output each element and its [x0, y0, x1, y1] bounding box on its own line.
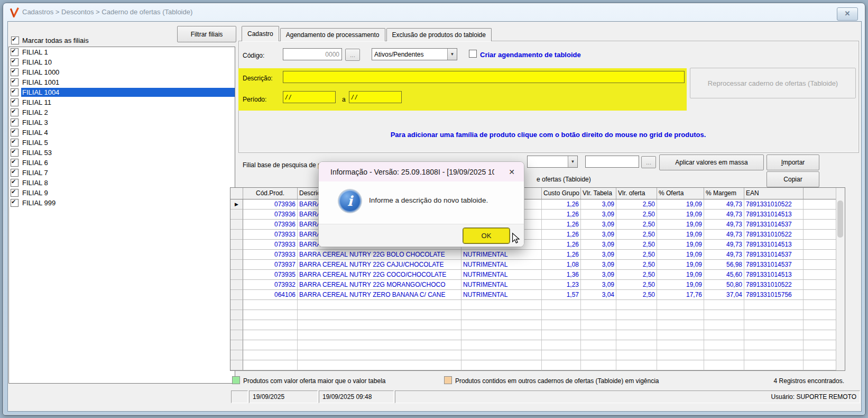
periodo-end-input[interactable]: / /: [349, 91, 402, 103]
filial-checkbox[interactable]: [11, 58, 19, 66]
filial-checkbox[interactable]: [11, 48, 19, 56]
filial-checkbox[interactable]: [11, 169, 19, 177]
tab-cadastro[interactable]: Cadastro: [242, 26, 279, 41]
grid-cell: [581, 350, 616, 360]
filial-item[interactable]: FILIAL 10: [9, 57, 235, 67]
search-combobox[interactable]: ▼: [527, 156, 578, 168]
desktop: Cadastros > Descontos > Caderno de ofert…: [0, 0, 868, 418]
filial-item[interactable]: FILIAL 8: [9, 178, 235, 188]
table-row[interactable]: [230, 300, 845, 310]
table-row[interactable]: 064106BARRA CEREAL NUTRY ZERO BANANA C/ …: [230, 290, 845, 300]
grid-header-cell[interactable]: % Oferta: [657, 188, 704, 199]
close-icon[interactable]: ✕: [837, 7, 858, 21]
filial-item[interactable]: FILIAL 2: [9, 107, 235, 117]
grid-header-cell[interactable]: % Margem: [704, 188, 744, 199]
tab-exclus-o-de-produtos-do-tabloide[interactable]: Exclusão de produtos do tabloide: [386, 28, 492, 41]
title-bar[interactable]: Cadastros > Descontos > Caderno de ofert…: [3, 3, 865, 21]
status-filter-combobox[interactable]: Ativos/Pendentes ▼: [372, 48, 457, 60]
filial-checkbox[interactable]: [11, 179, 19, 187]
filial-checkbox[interactable]: [11, 129, 19, 137]
chevron-down-icon[interactable]: ▼: [568, 156, 577, 167]
grid-cell: 7891331014513: [744, 210, 804, 220]
grid-header-cell[interactable]: Custo Grupo: [542, 188, 581, 199]
grid-cell: [616, 330, 657, 340]
filial-item[interactable]: FILIAL 3: [9, 117, 235, 128]
filial-checkbox[interactable]: [11, 68, 19, 76]
table-row[interactable]: 073935BARRA CEREAL NUTRY 22G COCO/CHOCOL…: [230, 270, 845, 280]
table-row[interactable]: 073932BARRA CEREAL NUTRY 22G MORANGO/CHO…: [230, 280, 845, 290]
scrollbar-thumb[interactable]: [837, 201, 843, 238]
filial-item[interactable]: FILIAL 1004: [9, 87, 235, 97]
dialog-body: i Informe a descrição do novo tabloide.: [319, 181, 524, 224]
filial-checkbox[interactable]: [11, 119, 19, 126]
table-row[interactable]: 073937BARRA CEREAL NUTRY 22G CAJU/CHOCOL…: [230, 260, 845, 270]
ok-button[interactable]: OK: [463, 228, 510, 243]
grid-cell: [744, 320, 804, 330]
filial-item[interactable]: FILIAL 1: [9, 47, 235, 57]
filial-label: FILIAL 7: [21, 168, 235, 177]
table-row[interactable]: [230, 360, 845, 370]
filial-checkbox[interactable]: [11, 189, 19, 197]
table-row[interactable]: [230, 310, 845, 320]
descricao-input[interactable]: [283, 71, 685, 83]
grid-header-cell[interactable]: EAN: [744, 188, 804, 199]
periodo-start-input[interactable]: / /: [283, 91, 336, 103]
filial-item[interactable]: FILIAL 9: [9, 188, 235, 198]
filial-checkbox[interactable]: [11, 108, 19, 116]
criar-agendamento-checkbox[interactable]: [469, 50, 477, 58]
table-row[interactable]: [230, 340, 845, 350]
filial-checkbox[interactable]: [11, 88, 19, 96]
select-all-filiais-checkbox[interactable]: [11, 37, 19, 44]
mass-lookup-button[interactable]: ...: [641, 156, 656, 168]
copiar-button[interactable]: Copiar: [767, 171, 819, 187]
grid-vertical-scrollbar[interactable]: [836, 188, 845, 370]
filial-checkbox[interactable]: [11, 149, 19, 157]
filial-checkbox[interactable]: [11, 159, 19, 167]
filial-checkbox[interactable]: [11, 139, 19, 147]
filial-item[interactable]: FILIAL 7: [9, 168, 235, 178]
dialog-title-bar[interactable]: Informação - Versão: 25.09.1808I - [19/0…: [319, 162, 524, 181]
grid-cell: [298, 310, 461, 320]
filial-label: FILIAL 1004: [21, 88, 235, 97]
grid-header-cell[interactable]: [230, 188, 243, 199]
filial-item[interactable]: FILIAL 5: [9, 138, 235, 148]
chevron-down-icon[interactable]: ▼: [447, 49, 457, 60]
filial-item[interactable]: FILIAL 1001: [9, 77, 235, 87]
table-row[interactable]: [230, 350, 845, 360]
grid-cell: 56,98: [704, 260, 744, 270]
mass-value-input[interactable]: [585, 156, 639, 168]
filter-filiais-button[interactable]: Filtrar filiais: [177, 26, 236, 42]
filial-listbox[interactable]: FILIAL 1FILIAL 10FILIAL 1000FILIAL 1001F…: [8, 47, 235, 384]
tab-agendamento-de-processamento[interactable]: Agendamento de processamento: [280, 28, 385, 41]
filial-item[interactable]: FILIAL 6: [9, 158, 235, 168]
importar-button[interactable]: Importar: [767, 155, 819, 170]
filial-checkbox[interactable]: [11, 98, 19, 106]
filial-item[interactable]: FILIAL 1000: [9, 67, 235, 77]
dialog-close-icon[interactable]: ✕: [505, 166, 519, 178]
filial-item[interactable]: FILIAL 11: [9, 97, 235, 107]
filial-item[interactable]: FILIAL 999: [9, 198, 235, 208]
table-row[interactable]: 073933BARRA CEREAL NUTRY 22G BOLO CHOCOL…: [230, 250, 845, 260]
codigo-lookup-button[interactable]: ...: [345, 49, 360, 61]
grid-header-cell[interactable]: Vlr. Tabela: [581, 188, 616, 199]
table-row[interactable]: [230, 320, 845, 330]
grid-cell: 2,50: [616, 290, 657, 300]
table-row[interactable]: [230, 330, 845, 340]
filial-item[interactable]: FILIAL 53: [9, 148, 235, 158]
filial-item[interactable]: FILIAL 4: [9, 128, 235, 138]
grid-cell: 1,26: [542, 240, 581, 250]
grid-header-cell[interactable]: [804, 188, 837, 199]
grid-cell: [804, 270, 837, 280]
aplicar-valores-button[interactable]: Aplicar valores em massa: [659, 155, 764, 170]
codigo-input[interactable]: 0000: [283, 48, 342, 60]
partial-caption: e ofertas (Tabloide): [537, 176, 591, 183]
grid-header-cell[interactable]: Vlr. oferta: [616, 188, 657, 199]
grid-cell: BARRA CEREAL NUTRY 22G BOLO CHOCOLATE: [298, 250, 461, 260]
grid-cell: [461, 310, 542, 320]
reprocessar-button[interactable]: Reprocessar caderno de ofertas (Tabloide…: [690, 68, 856, 98]
grid-header-cell[interactable]: Cód.Prod.: [243, 188, 298, 199]
filial-checkbox[interactable]: [11, 78, 19, 86]
filial-checkbox[interactable]: [11, 199, 19, 207]
status-datetime: 19/09/2025 09:48: [319, 390, 394, 403]
grid-cell: 7891331014537: [744, 250, 804, 260]
